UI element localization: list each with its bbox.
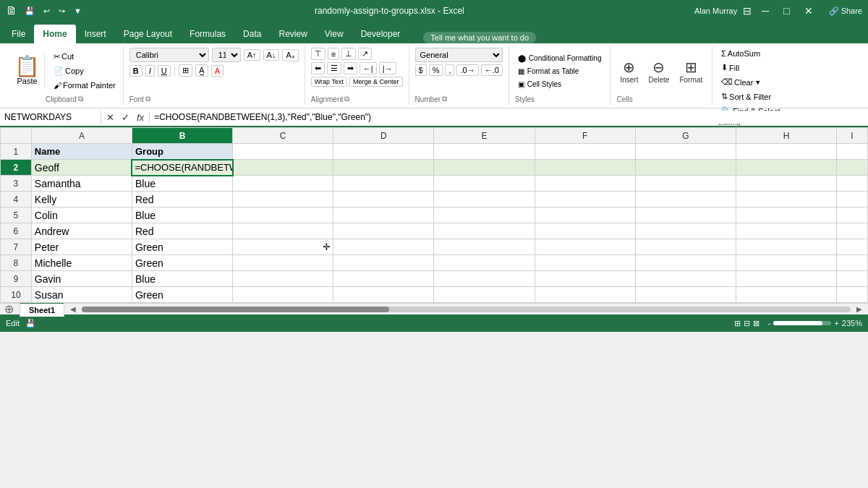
format-cells-button[interactable]: ⊞ Format bbox=[676, 56, 706, 86]
number-format-select[interactable]: General bbox=[415, 48, 503, 62]
tab-home[interactable]: Home bbox=[34, 25, 75, 43]
scroll-right-button[interactable]: ▶ bbox=[856, 305, 862, 313]
indent-dec-button[interactable]: ←| bbox=[359, 62, 377, 74]
fill-button[interactable]: ⬇ Fill bbox=[718, 61, 793, 74]
align-center-button[interactable]: ☰ bbox=[327, 62, 341, 74]
cell-A2[interactable]: Geoff bbox=[31, 160, 132, 176]
cell-F2[interactable] bbox=[535, 160, 635, 176]
cell-E2[interactable] bbox=[434, 160, 535, 176]
col-header-I[interactable]: I bbox=[837, 128, 868, 144]
cell-C4[interactable] bbox=[233, 192, 333, 207]
cell-G10[interactable] bbox=[635, 287, 736, 303]
redo-button[interactable]: ↪ bbox=[56, 5, 68, 17]
insert-cells-button[interactable]: ⊕ Insert bbox=[616, 56, 642, 86]
cell-B2[interactable]: =CHOOSE(RANDBETWEEN(1,3),"Red","Blue","G… bbox=[132, 160, 232, 176]
cell-H7[interactable] bbox=[736, 239, 836, 255]
cell-A3[interactable]: Samantha bbox=[31, 176, 132, 192]
underline-button[interactable]: U bbox=[158, 65, 171, 77]
cell-C3[interactable] bbox=[233, 176, 333, 192]
align-left-button[interactable]: ⬅ bbox=[311, 62, 325, 74]
scroll-left-button[interactable]: ◀ bbox=[70, 305, 76, 313]
undo-button[interactable]: ↩ bbox=[41, 5, 53, 17]
align-right-button[interactable]: ➡ bbox=[344, 62, 357, 74]
cell-B6[interactable]: Red bbox=[132, 223, 232, 239]
clear-button[interactable]: ⌫ Clear ▼ bbox=[718, 76, 793, 88]
cell-G4[interactable] bbox=[635, 192, 736, 207]
cell-G9[interactable] bbox=[635, 271, 736, 287]
clipboard-expand-icon[interactable]: ⧉ bbox=[78, 95, 83, 103]
cell-I5[interactable] bbox=[837, 207, 868, 223]
merge-center-button[interactable]: Merge & Center bbox=[349, 77, 403, 87]
cell-E9[interactable] bbox=[434, 271, 535, 287]
format-painter-button[interactable]: 🖌 Format Painter bbox=[51, 80, 119, 91]
cell-E4[interactable] bbox=[434, 192, 535, 207]
cell-F1[interactable] bbox=[535, 144, 635, 160]
customize-button[interactable]: ▼ bbox=[71, 5, 85, 17]
cell-E5[interactable] bbox=[434, 207, 535, 223]
cell-H2[interactable] bbox=[736, 160, 836, 176]
cancel-formula-button[interactable]: ✕ bbox=[104, 112, 116, 123]
cell-A9[interactable]: Gavin bbox=[31, 271, 132, 287]
cell-C9[interactable] bbox=[233, 271, 333, 287]
cell-E6[interactable] bbox=[434, 223, 535, 239]
insert-function-button[interactable]: fx bbox=[135, 112, 146, 123]
cell-G7[interactable] bbox=[635, 239, 736, 255]
cell-E8[interactable] bbox=[434, 255, 535, 271]
cell-E7[interactable] bbox=[434, 239, 535, 255]
add-sheet-button[interactable]: ⊕ bbox=[0, 302, 18, 316]
cell-A4[interactable]: Kelly bbox=[31, 192, 132, 207]
sheet-tab-sheet1[interactable]: Sheet1 bbox=[20, 302, 64, 317]
zoom-in-button[interactable]: + bbox=[834, 319, 838, 328]
cell-G8[interactable] bbox=[635, 255, 736, 271]
cell-B5[interactable]: Blue bbox=[132, 207, 232, 223]
cell-C6[interactable] bbox=[233, 223, 333, 239]
col-header-B[interactable]: B bbox=[132, 128, 232, 144]
tab-file[interactable]: File bbox=[3, 25, 34, 43]
cell-F9[interactable] bbox=[535, 271, 635, 287]
cell-D6[interactable] bbox=[333, 223, 434, 239]
col-header-H[interactable]: H bbox=[736, 128, 836, 144]
tab-view[interactable]: View bbox=[316, 25, 352, 43]
page-break-view-button[interactable]: ⊠ bbox=[753, 319, 760, 328]
cell-G6[interactable] bbox=[635, 223, 736, 239]
cell-A5[interactable]: Colin bbox=[31, 207, 132, 223]
cell-F3[interactable] bbox=[535, 176, 635, 192]
border-button[interactable]: ⊞ bbox=[179, 64, 192, 77]
cell-E3[interactable] bbox=[434, 176, 535, 192]
copy-button[interactable]: 📄 Copy bbox=[51, 65, 119, 77]
font-expand-icon[interactable]: ⧉ bbox=[145, 95, 150, 103]
cell-A10[interactable]: Susan bbox=[31, 287, 132, 303]
wrap-text-button[interactable]: Wrap Text bbox=[311, 77, 347, 87]
number-expand-icon[interactable]: ⧉ bbox=[442, 95, 447, 103]
cell-A6[interactable]: Andrew bbox=[31, 223, 132, 239]
cell-B3[interactable]: Blue bbox=[132, 176, 232, 192]
cell-D10[interactable] bbox=[333, 287, 434, 303]
alignment-expand-icon[interactable]: ⧉ bbox=[344, 95, 349, 103]
cell-D2[interactable] bbox=[333, 160, 434, 176]
col-header-G[interactable]: G bbox=[635, 128, 736, 144]
cell-C5[interactable] bbox=[233, 207, 333, 223]
search-bar[interactable]: Tell me what you want to do bbox=[423, 32, 536, 43]
cell-H1[interactable] bbox=[736, 144, 836, 160]
cell-E1[interactable] bbox=[434, 144, 535, 160]
cell-C2[interactable] bbox=[233, 160, 333, 176]
zoom-slider[interactable] bbox=[773, 321, 831, 325]
cell-I6[interactable] bbox=[837, 223, 868, 239]
cell-I7[interactable] bbox=[837, 239, 868, 255]
percent-button[interactable]: % bbox=[429, 64, 443, 76]
cell-D4[interactable] bbox=[333, 192, 434, 207]
ribbon-display-button[interactable]: ⊟ bbox=[743, 5, 752, 17]
cell-I8[interactable] bbox=[837, 255, 868, 271]
format-as-table-button[interactable]: ▦ Format as Table bbox=[515, 66, 605, 77]
dec-dec-button[interactable]: ←.0 bbox=[481, 64, 503, 76]
scroll-bar[interactable] bbox=[82, 307, 851, 312]
col-header-C[interactable]: C bbox=[233, 128, 333, 144]
maximize-button[interactable]: □ bbox=[779, 5, 793, 17]
cell-D3[interactable] bbox=[333, 176, 434, 192]
normal-view-button[interactable]: ⊞ bbox=[734, 319, 741, 328]
text-angle-button[interactable]: ↗ bbox=[358, 48, 372, 60]
cell-D8[interactable] bbox=[333, 255, 434, 271]
cell-styles-button[interactable]: ▣ Cell Styles bbox=[515, 79, 605, 90]
scroll-thumb[interactable] bbox=[82, 307, 389, 312]
cell-B4[interactable]: Red bbox=[132, 192, 232, 207]
